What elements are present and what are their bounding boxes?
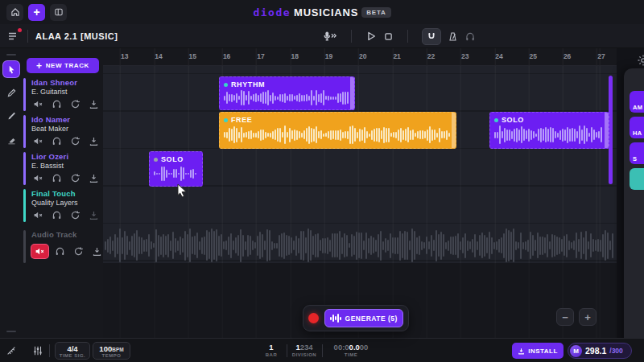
- track-row[interactable]: Lior Ozeri E. Bassist: [23, 150, 103, 187]
- add-button[interactable]: +: [28, 4, 45, 21]
- clip-waveform: [494, 125, 605, 145]
- pencil-tool[interactable]: [3, 84, 19, 101]
- play-icon: [365, 31, 377, 42]
- download-button[interactable]: [87, 172, 100, 184]
- arrangement-lanes[interactable]: − + RHYTHM FREE SOLO SOLO: [103, 66, 617, 338]
- mixer-button[interactable]: [32, 339, 43, 362]
- generate-button[interactable]: GENERATE (5): [324, 309, 403, 327]
- track-row[interactable]: Final Touch Quality Layers: [23, 187, 103, 224]
- timeline-ruler[interactable]: 131415161718192021222324252627: [103, 48, 617, 66]
- regenerate-button[interactable]: [68, 209, 81, 221]
- speaker-mute-icon: [33, 136, 43, 146]
- new-track-button[interactable]: + NEW TRACK: [27, 58, 99, 73]
- mute-button[interactable]: [31, 209, 44, 221]
- credits-pill[interactable]: M 298.1 /300: [568, 343, 632, 359]
- time-active: 0.0: [349, 343, 360, 352]
- clip-label: SOLO: [161, 155, 184, 163]
- headphones-button[interactable]: [50, 135, 63, 147]
- piano-roll-button[interactable]: [6, 339, 17, 362]
- audio-clip[interactable]: SOLO: [489, 112, 609, 149]
- track-row[interactable]: Ido Namer Beat Maker: [23, 113, 103, 150]
- division-readout: 1234 DIVISION: [288, 343, 320, 357]
- credits-badge: M: [570, 345, 582, 357]
- settings-gear-icon[interactable]: [637, 54, 644, 67]
- track-row[interactable]: Audio Track: [23, 228, 103, 265]
- download-button[interactable]: [87, 98, 100, 110]
- track-name: Audio Track: [31, 230, 103, 239]
- style-card-teal[interactable]: [630, 168, 644, 190]
- bar-readout: 1 BAR: [259, 343, 283, 357]
- headphones-button[interactable]: [54, 245, 67, 257]
- clip-status-dot: [494, 118, 498, 122]
- zoom-out-button[interactable]: −: [556, 308, 574, 326]
- track-color-strip: [23, 230, 26, 263]
- headphones-button[interactable]: [50, 172, 63, 184]
- time-signature-label: TIME SIG.: [56, 353, 89, 358]
- download-button[interactable]: [87, 135, 100, 147]
- eraser-icon: [6, 134, 17, 145]
- tempo-value: 100: [99, 344, 112, 353]
- install-button[interactable]: INSTALL: [512, 343, 564, 359]
- track-controls: [31, 172, 103, 184]
- download-icon: [89, 173, 99, 183]
- eraser-tool[interactable]: [3, 131, 19, 147]
- ruler-bar-number: 25: [530, 52, 537, 60]
- regenerate-button[interactable]: [68, 135, 81, 147]
- regenerate-button[interactable]: [68, 98, 81, 110]
- tempo-control[interactable]: 100BPM TEMPO: [93, 342, 130, 360]
- snap-magnet-toggle[interactable]: [422, 28, 441, 45]
- daw-app: + diode MUSICIANS BETA ALAA 2.1 [MUSIC]: [0, 0, 644, 362]
- clip-label: SOLO: [502, 116, 524, 124]
- audio-clip[interactable]: RHYTHM: [219, 76, 355, 110]
- track-controls: [31, 135, 103, 147]
- audio-clip[interactable]: FREE: [219, 112, 456, 149]
- track-row[interactable]: Idan Shneor E. Guitarist: [23, 76, 103, 113]
- metronome-toggle[interactable]: [448, 31, 458, 42]
- style-card-label: AM: [633, 104, 642, 111]
- layout-panels-button[interactable]: [50, 4, 67, 21]
- regenerate-button[interactable]: [72, 245, 85, 257]
- pointer-tool[interactable]: [3, 61, 19, 77]
- divider: [6, 331, 16, 332]
- mute-button[interactable]: [31, 245, 48, 258]
- mute-button[interactable]: [31, 135, 44, 147]
- track-list-menu-button[interactable]: [7, 30, 20, 43]
- style-card-am[interactable]: AM: [630, 91, 644, 113]
- zoom-in-button[interactable]: +: [579, 308, 597, 326]
- ruler-bar-number: 13: [121, 52, 128, 60]
- style-card-ha[interactable]: HA: [630, 117, 644, 138]
- download-button[interactable]: [90, 245, 103, 257]
- install-label: INSTALL: [528, 348, 558, 355]
- waveform-icon: [330, 314, 341, 323]
- track-role: E. Guitarist: [31, 88, 103, 96]
- track-color-strip: [23, 78, 26, 111]
- clip-header: SOLO: [494, 115, 605, 125]
- mute-button[interactable]: [31, 98, 44, 110]
- headphones-button[interactable]: [50, 209, 63, 221]
- minus-icon: −: [562, 311, 568, 323]
- clip-header: SOLO: [154, 154, 198, 164]
- speaker-mute-icon: [35, 246, 45, 257]
- time-signature-value: 4/4: [56, 345, 89, 353]
- style-card-s[interactable]: S: [630, 142, 644, 164]
- download-button[interactable]: [87, 209, 100, 221]
- brush-tool[interactable]: [3, 108, 19, 124]
- record-arm-button[interactable]: [324, 31, 337, 43]
- preview-headphones-toggle[interactable]: [464, 31, 476, 42]
- audio-clip[interactable]: SOLO: [149, 151, 203, 187]
- headphones-button[interactable]: [50, 98, 63, 110]
- stop-button[interactable]: [383, 31, 394, 42]
- home-button[interactable]: [6, 4, 23, 21]
- mute-button[interactable]: [31, 172, 44, 184]
- track-color-strip: [23, 152, 26, 185]
- ruler-bar-number: 23: [461, 52, 469, 60]
- download-icon: [89, 136, 99, 146]
- record-indicator[interactable]: [308, 313, 319, 323]
- track-controls: [31, 209, 103, 221]
- time-signature-control[interactable]: 4/4 TIME SIG.: [55, 342, 90, 360]
- clip-status-dot: [224, 83, 228, 87]
- regenerate-button[interactable]: [68, 172, 81, 184]
- beta-badge: BETA: [361, 7, 390, 18]
- play-button[interactable]: [365, 31, 377, 42]
- clip-status-dot: [224, 118, 228, 122]
